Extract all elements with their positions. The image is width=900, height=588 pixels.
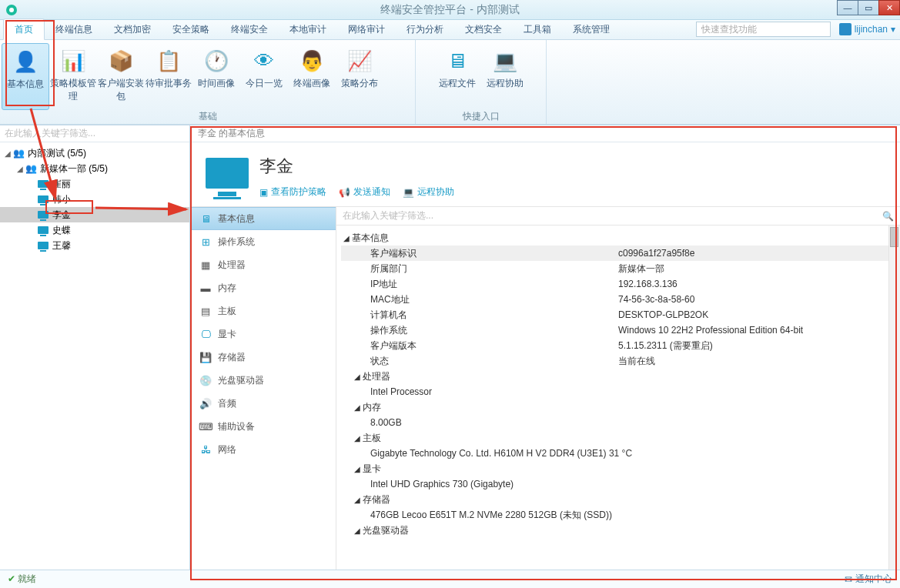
group-optical[interactable]: ◢光盘驱动器: [341, 523, 891, 538]
person-icon: 👤: [12, 48, 38, 75]
link-remote-assist[interactable]: 💻远程协助: [403, 185, 454, 199]
cat-motherboard[interactable]: ▤主板: [190, 299, 336, 322]
cat-cpu[interactable]: ▦处理器: [190, 253, 336, 276]
clipboard-icon: 📋: [156, 48, 182, 74]
group-motherboard[interactable]: ◢主板: [341, 430, 891, 446]
info-filter-input[interactable]: 在此输入关键字筛选...🔍: [336, 207, 900, 226]
scroll-thumb[interactable]: [890, 227, 898, 247]
scrollbar[interactable]: [888, 226, 900, 570]
mail-icon: ✉: [845, 574, 852, 585]
tab-terminal-info[interactable]: 终端信息: [45, 19, 103, 39]
template-icon: 📊: [60, 48, 86, 74]
tab-behavior[interactable]: 行为分析: [396, 19, 454, 39]
link-send-notice[interactable]: 📢发送通知: [339, 185, 390, 199]
storage-icon: 💾: [199, 352, 212, 362]
tab-system-mgmt[interactable]: 系统管理: [562, 19, 621, 39]
memory-icon: ▬: [199, 282, 212, 293]
maximize-button[interactable]: ▭: [858, 0, 879, 15]
content-panel: 李金 的基本信息 李金 ▣查看防护策略 📢发送通知 💻远程协助 🖥基本信息 ⊞操…: [190, 125, 900, 570]
window-title: 终端安全管控平台 - 内部测试: [380, 3, 519, 17]
ribbon-pending-approval[interactable]: 📋待审批事务: [145, 43, 192, 110]
cat-audio[interactable]: 🔊音频: [190, 392, 336, 415]
tab-network-audit[interactable]: 网络审计: [337, 19, 396, 39]
computer-icon: [206, 158, 249, 189]
pc-icon: [38, 226, 49, 234]
pc-icon: [38, 211, 49, 219]
close-button[interactable]: ✕: [878, 0, 900, 15]
info-row[interactable]: 所属部门新媒体一部: [341, 261, 891, 276]
cat-peripheral[interactable]: ⌨辅助设备: [190, 415, 336, 438]
tab-toolbox[interactable]: 工具箱: [513, 19, 562, 39]
user-name: lijinchan: [855, 24, 888, 35]
cat-os[interactable]: ⊞操作系统: [190, 230, 336, 253]
subject-header: 李金 ▣查看防护策略 📢发送通知 💻远程协助: [190, 142, 900, 207]
motherboard-icon: ▤: [199, 306, 212, 316]
windows-icon: ⊞: [199, 236, 212, 247]
info-row[interactable]: 客户端版本5.1.15.2311 (需要重启): [341, 338, 891, 353]
ribbon-policy-distribution[interactable]: 📈策略分布: [336, 43, 383, 110]
tree-member[interactable]: 史蝶: [0, 222, 189, 238]
main-tabs: 首页 终端信息 文档加密 安全策略 终端安全 本地审计 网络审计 行为分析 文档…: [0, 20, 900, 40]
minimize-button[interactable]: —: [837, 0, 858, 15]
remote-file-icon: 🖥: [444, 48, 470, 74]
tab-home[interactable]: 首页: [3, 18, 45, 40]
user-menu[interactable]: lijinchan ▾: [839, 22, 895, 37]
group-gpu[interactable]: ◢显卡: [341, 461, 891, 476]
tree-member[interactable]: 韩小: [0, 192, 189, 207]
tab-terminal-security[interactable]: 终端安全: [220, 19, 279, 39]
ribbon-group-caption: 快捷入口: [416, 110, 546, 124]
cat-storage[interactable]: 💾存储器: [190, 346, 336, 369]
ribbon-client-package[interactable]: 📦客户端安装包: [97, 43, 145, 110]
ribbon-terminal-portrait[interactable]: 👨终端画像: [288, 43, 336, 110]
cat-gpu[interactable]: 🖵显卡: [190, 322, 336, 346]
cat-optical[interactable]: 💿光盘驱动器: [190, 369, 336, 392]
group-icon: [25, 163, 37, 174]
tab-local-audit[interactable]: 本地审计: [279, 19, 337, 39]
ribbon-remote-assist[interactable]: 💻远程协助: [481, 43, 529, 110]
info-row[interactable]: 状态当前在线: [341, 353, 891, 369]
tab-doc-security[interactable]: 文档安全: [454, 19, 513, 39]
info-row[interactable]: MAC地址74-56-3c-8a-58-60: [341, 292, 891, 307]
chevron-down-icon: ▾: [891, 24, 895, 35]
info-row[interactable]: 客户端标识c0996a1f27a95f8e: [341, 246, 891, 261]
tree-panel: 在此输入关键字筛选... ◢内部测试 (5/5) ◢新媒体一部 (5/5) 崔丽…: [0, 125, 190, 570]
app-logo-icon: [6, 5, 17, 15]
ribbon-remote-file[interactable]: 🖥远程文件: [433, 43, 481, 110]
notification-center[interactable]: ✉通知中心: [845, 573, 892, 586]
tree-member-selected[interactable]: 李金: [0, 207, 189, 222]
pc-icon: [38, 242, 49, 249]
ribbon-today-view[interactable]: 👁今日一览: [240, 43, 288, 110]
info-row[interactable]: 操作系统Windows 10 22H2 Professional Edition…: [341, 322, 891, 338]
title-bar: 终端安全管控平台 - 内部测试 — ▭ ✕: [0, 0, 900, 20]
ribbon-policy-template[interactable]: 📊策略模板管理: [49, 43, 97, 110]
ribbon-time-portrait[interactable]: 🕐时间画像: [192, 43, 240, 110]
tab-doc-encrypt[interactable]: 文档加密: [103, 19, 162, 39]
clock-icon: 🕐: [203, 48, 229, 74]
subject-name: 李金: [259, 155, 885, 178]
tree-member[interactable]: 王馨: [0, 238, 189, 253]
cat-memory[interactable]: ▬内存: [190, 276, 336, 299]
info-row[interactable]: 计算机名DESKTOP-GLPB2OK: [341, 307, 891, 322]
group-memory[interactable]: ◢内存: [341, 399, 891, 415]
search-icon: 🔍: [882, 211, 894, 222]
disc-icon: 💿: [199, 375, 212, 386]
breadcrumb: 李金 的基本信息: [190, 125, 900, 142]
tree-dept[interactable]: ◢新媒体一部 (5/5): [0, 161, 189, 176]
cat-basic-info[interactable]: 🖥基本信息: [190, 207, 336, 230]
gpu-icon: 🖵: [199, 329, 212, 339]
group-storage[interactable]: ◢存储器: [341, 492, 891, 507]
group-cpu[interactable]: ◢处理器: [341, 369, 891, 384]
link-view-policy[interactable]: ▣查看防护策略: [259, 185, 326, 199]
info-row[interactable]: IP地址192.168.3.136: [341, 276, 891, 292]
tree-root[interactable]: ◢内部测试 (5/5): [0, 145, 189, 161]
status-text: 就绪: [8, 573, 36, 586]
speaker-icon: 🔊: [199, 398, 212, 409]
group-basic[interactable]: ◢基本信息: [341, 230, 891, 246]
cat-network[interactable]: 🖧网络: [190, 438, 336, 461]
quick-search-input[interactable]: 快速查找功能: [696, 22, 831, 37]
info-value: 476GB Lecoo E651T M.2 NVMe 2280 512GB (未…: [341, 507, 891, 523]
tree-member[interactable]: 崔丽: [0, 176, 189, 192]
tab-security-policy[interactable]: 安全策略: [162, 19, 220, 39]
ribbon-basic-info[interactable]: 👤基本信息: [2, 43, 49, 110]
tree-filter-input[interactable]: 在此输入关键字筛选...: [0, 125, 189, 142]
